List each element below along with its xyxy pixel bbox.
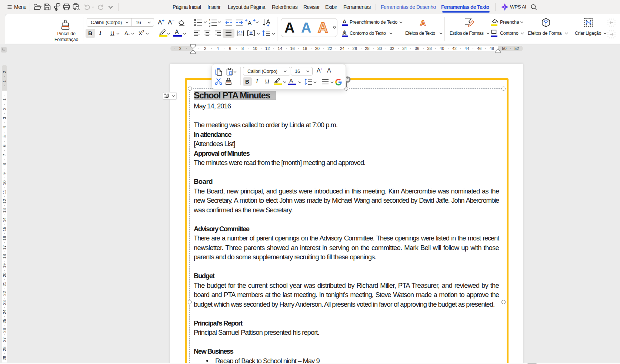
svg-text:1: 1 bbox=[209, 19, 210, 21]
svg-text:2: 2 bbox=[209, 21, 210, 24]
svg-text:3: 3 bbox=[209, 24, 210, 27]
